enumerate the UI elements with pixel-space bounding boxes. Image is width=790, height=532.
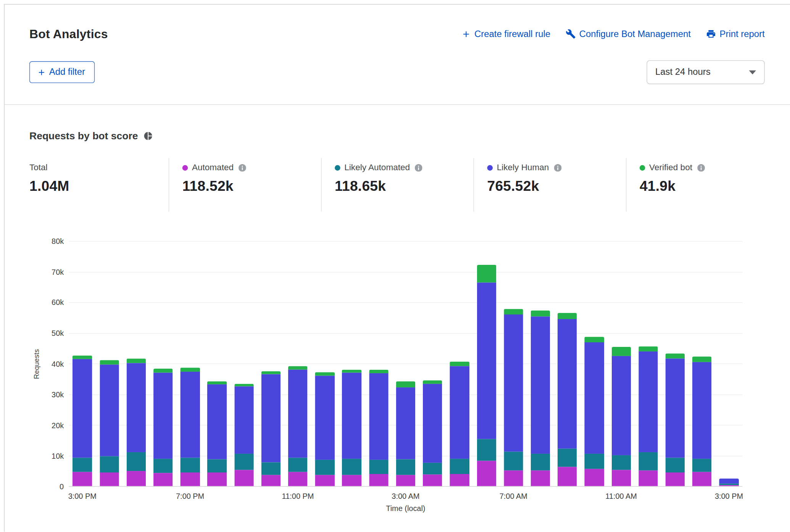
configure-bot-management-link[interactable]: Configure Bot Management bbox=[566, 29, 691, 39]
chevron-down-icon bbox=[749, 70, 756, 74]
bar-segment-verified-bot bbox=[73, 356, 92, 359]
stat-label: Total bbox=[29, 163, 48, 173]
x-axis-title: Time (local) bbox=[69, 504, 742, 517]
bar-slot bbox=[284, 241, 311, 486]
bar bbox=[369, 370, 389, 486]
bar-segment-likely-automated bbox=[477, 439, 496, 461]
y-tick-label: 50k bbox=[52, 329, 64, 338]
bar-segment-automated bbox=[100, 472, 119, 486]
bar bbox=[558, 313, 577, 486]
printer-icon bbox=[706, 29, 716, 39]
bar-segment-likely-human bbox=[423, 384, 442, 463]
bar-segment-verified-bot bbox=[369, 370, 389, 373]
add-filter-button[interactable]: Add filter bbox=[29, 61, 95, 83]
x-tick-label: 7:00 AM bbox=[500, 492, 527, 500]
bar-segment-automated bbox=[396, 475, 416, 486]
bar-segment-likely-automated bbox=[234, 454, 254, 470]
info-icon[interactable] bbox=[239, 164, 246, 171]
main-content: Requests by bot score Total 1.04M Automa… bbox=[5, 130, 790, 517]
bar-segment-automated bbox=[342, 475, 361, 486]
bar-slot bbox=[527, 241, 554, 486]
x-axis-ticks: 3:00 PM7:00 PM11:00 PM3:00 AM7:00 AM11:0… bbox=[69, 487, 742, 504]
bar-segment-likely-automated bbox=[692, 459, 712, 472]
print-report-link[interactable]: Print report bbox=[706, 29, 765, 39]
bar bbox=[423, 380, 442, 486]
bar-segment-likely-human bbox=[207, 384, 227, 459]
bar-slot bbox=[311, 241, 339, 486]
stat-value: 1.04M bbox=[29, 178, 169, 194]
requests-chart: Requests 010k20k30k40k50k60k70k80k 3:00 … bbox=[29, 241, 765, 517]
page-title: Bot Analytics bbox=[29, 27, 108, 41]
stat-label: Likely Human bbox=[497, 163, 549, 173]
bar-segment-likely-human bbox=[665, 358, 685, 458]
bar-slot bbox=[231, 241, 258, 486]
bar bbox=[638, 346, 658, 486]
create-firewall-rule-link[interactable]: Create firewall rule bbox=[461, 29, 550, 39]
wrench-icon bbox=[566, 29, 576, 39]
bar-segment-likely-human bbox=[530, 316, 550, 454]
bar-segment-likely-automated bbox=[288, 458, 308, 472]
bar-segment-likely-automated bbox=[504, 452, 523, 470]
bot-analytics-card: Bot Analytics Create firewall rule Confi… bbox=[4, 4, 790, 532]
bar-segment-automated bbox=[73, 472, 92, 486]
stat-label-row: Likely Human bbox=[487, 162, 626, 173]
section-title-row: Requests by bot score bbox=[29, 130, 765, 142]
info-icon[interactable] bbox=[697, 164, 705, 171]
bar-segment-automated bbox=[369, 474, 389, 486]
bar-slot bbox=[716, 241, 743, 486]
bar-segment-verified-bot bbox=[665, 353, 685, 358]
bar-segment-verified-bot bbox=[450, 362, 469, 366]
bar-slot bbox=[581, 241, 608, 486]
bar bbox=[477, 264, 496, 486]
bar-segment-automated bbox=[288, 472, 308, 486]
info-icon[interactable] bbox=[415, 164, 422, 171]
bar-segment-likely-automated bbox=[396, 459, 416, 475]
title-row: Bot Analytics Create firewall rule Confi… bbox=[29, 27, 765, 41]
automated-color-dot bbox=[182, 165, 188, 171]
y-axis-ticks: 010k20k30k40k50k60k70k80k bbox=[44, 241, 69, 487]
bar-segment-verified-bot bbox=[638, 346, 658, 351]
time-range-dropdown[interactable]: Last 24 hours bbox=[647, 60, 764, 84]
bar-segment-likely-human bbox=[504, 314, 523, 452]
bar bbox=[153, 369, 173, 486]
bar-segment-likely-automated bbox=[100, 456, 119, 472]
bar-slot bbox=[635, 241, 662, 486]
bar-segment-verified-bot bbox=[181, 368, 200, 372]
plus-icon bbox=[37, 68, 46, 77]
y-tick-label: 30k bbox=[52, 390, 64, 399]
bar-segment-likely-human bbox=[477, 282, 496, 439]
bar-segment-automated bbox=[181, 472, 200, 486]
header: Bot Analytics Create firewall rule Confi… bbox=[5, 5, 790, 105]
info-icon[interactable] bbox=[554, 164, 562, 171]
bar-segment-verified-bot bbox=[207, 381, 227, 384]
y-tick-label: 10k bbox=[52, 451, 64, 460]
bar-segment-verified-bot bbox=[585, 337, 604, 342]
verified-bot-color-dot bbox=[640, 165, 645, 171]
stat-label-row: Likely Automated bbox=[335, 162, 474, 173]
stat-value: 41.9k bbox=[640, 178, 705, 194]
header-actions: Create firewall rule Configure Bot Manag… bbox=[461, 29, 764, 39]
bar bbox=[530, 311, 550, 486]
bar-segment-automated bbox=[585, 469, 604, 486]
y-tick-label: 70k bbox=[52, 268, 64, 276]
bar bbox=[127, 359, 146, 486]
y-tick-label: 80k bbox=[52, 237, 64, 245]
bar-segment-automated bbox=[423, 474, 442, 486]
stat-total: Total 1.04M bbox=[29, 158, 169, 212]
bar-segment-automated bbox=[234, 470, 254, 486]
bar-segment-verified-bot bbox=[234, 384, 254, 387]
plot-area bbox=[69, 241, 742, 487]
bar-segment-likely-automated bbox=[153, 459, 173, 473]
bar-segment-likely-human bbox=[719, 479, 739, 484]
y-axis-title: Requests bbox=[29, 241, 44, 487]
stat-likely-human: Likely Human 765.52k bbox=[474, 158, 626, 212]
bar-slot bbox=[258, 241, 285, 486]
bar-segment-likely-human bbox=[585, 342, 604, 454]
stats-row: Total 1.04M Automated 118.52k Likely Aut… bbox=[29, 158, 765, 212]
bar-segment-likely-human bbox=[638, 351, 658, 453]
x-tick-label: 3:00 PM bbox=[715, 492, 743, 500]
bar-segment-automated bbox=[127, 471, 146, 486]
bar-segment-likely-human bbox=[396, 387, 416, 459]
bar-slot bbox=[662, 241, 689, 486]
x-tick-label: 11:00 PM bbox=[282, 492, 314, 500]
